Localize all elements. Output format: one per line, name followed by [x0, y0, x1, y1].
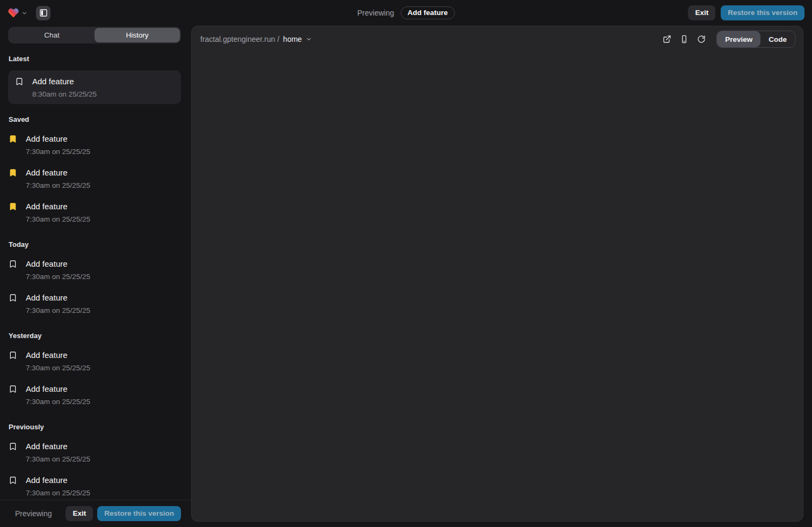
sidebar-toggle-button[interactable] — [36, 6, 50, 20]
refresh-icon — [697, 35, 706, 43]
history-item[interactable]: Add feature 7:30am on 25/25/25 — [0, 287, 191, 320]
sidebar-tabs: Chat History — [8, 27, 181, 43]
workspace-menu-button[interactable] — [8, 7, 27, 19]
history-item-timestamp: 7:30am on 25/25/25 — [26, 215, 90, 224]
preview-panel: fractal.gptengineer.run / home Preview — [191, 26, 803, 522]
bookmark-filled-icon — [9, 135, 17, 143]
history-sidebar: Chat History Latest Add feature 8:30am o… — [0, 26, 191, 527]
tab-history[interactable]: History — [95, 28, 180, 42]
history-item[interactable]: Add feature 7:30am on 25/25/25 — [0, 162, 191, 195]
history-item-timestamp: 7:30am on 25/25/25 — [26, 455, 90, 464]
history-section-title: Saved — [9, 115, 183, 123]
history-item-timestamp: 7:30am on 25/25/25 — [26, 181, 90, 190]
external-link-icon — [663, 35, 671, 43]
history-item[interactable]: Add feature 7:30am on 25/25/25 — [0, 128, 191, 162]
panel-left-icon — [39, 9, 48, 17]
history-section-title: Previously — [9, 423, 183, 431]
exit-button[interactable]: Exit — [688, 5, 715, 20]
lovable-heart-logo-icon — [8, 7, 19, 19]
history-item-title: Add feature — [26, 383, 90, 395]
toggle-code[interactable]: Code — [760, 31, 795, 47]
tab-chat[interactable]: Chat — [9, 28, 95, 42]
history-item[interactable]: Add feature 8:30am on 25/25/25 — [8, 70, 181, 104]
history-section: Latest Add feature 8:30am on 25/25/25 — [0, 55, 191, 104]
top-bar: Previewing Add feature Exit Restore this… — [0, 0, 812, 26]
history-section-title: Yesterday — [9, 332, 183, 340]
bookmark-outline-icon — [9, 294, 17, 302]
history-item[interactable]: Add feature 7:30am on 25/25/25 — [0, 253, 191, 287]
preview-url-prefix: fractal.gptengineer.run / — [200, 35, 279, 43]
bookmark-outline-icon — [9, 260, 17, 268]
history-item-title: Add feature — [26, 349, 90, 361]
preview-url-page: home — [283, 35, 302, 43]
history-item-timestamp: 7:30am on 25/25/25 — [26, 273, 90, 281]
bookmark-outline-icon — [15, 77, 24, 86]
chevron-down-icon — [21, 10, 27, 16]
exit-button[interactable]: Exit — [66, 506, 93, 521]
history-item-timestamp: 7:30am on 25/25/25 — [26, 398, 90, 406]
history-section: Yesterday Add feature 7:30am on 25/25/25… — [0, 332, 191, 412]
version-name-badge: Add feature — [401, 6, 455, 19]
history-item-timestamp: 7:30am on 25/25/25 — [26, 364, 90, 372]
history-section: Saved Add feature 7:30am on 25/25/25 Add… — [0, 115, 191, 229]
history-item-title: Add feature — [32, 76, 97, 87]
history-item-title: Add feature — [26, 292, 90, 304]
history-item[interactable]: Add feature 7:30am on 25/25/25 — [0, 195, 191, 229]
route-selector[interactable]: fractal.gptengineer.run / home — [200, 35, 312, 43]
history-item-title: Add feature — [26, 441, 90, 452]
bookmark-filled-icon — [9, 202, 17, 211]
history-item-title: Add feature — [26, 201, 90, 213]
history-section-title: Today — [9, 240, 183, 248]
history-item[interactable]: Add feature 7:30am on 25/25/25 — [0, 344, 191, 378]
history-item-timestamp: 7:30am on 25/25/25 — [26, 489, 90, 497]
history-item-title: Add feature — [26, 167, 90, 179]
history-item[interactable]: Add feature 7:30am on 25/25/25 — [0, 469, 191, 500]
history-item-timestamp: 7:30am on 25/25/25 — [26, 148, 90, 156]
toggle-preview[interactable]: Preview — [717, 31, 760, 47]
history-item-timestamp: 8:30am on 25/25/25 — [32, 90, 97, 99]
previewing-status-label: Previewing — [357, 9, 394, 17]
restore-version-button[interactable]: Restore this version — [97, 506, 181, 521]
preview-viewport — [192, 52, 803, 521]
refresh-button[interactable] — [694, 32, 709, 47]
bookmark-outline-icon — [9, 351, 17, 360]
smartphone-icon — [680, 35, 688, 43]
history-section: Previously Add feature 7:30am on 25/25/2… — [0, 423, 191, 500]
history-section: Today Add feature 7:30am on 25/25/25 Add… — [0, 240, 191, 320]
history-item[interactable]: Add feature 7:30am on 25/25/25 — [0, 435, 191, 469]
version-history-list: Latest Add feature 8:30am on 25/25/25 Sa… — [0, 43, 191, 500]
bookmark-outline-icon — [9, 476, 17, 485]
sidebar-footer: Previewing Exit Restore this version — [0, 500, 191, 527]
bookmark-outline-icon — [9, 442, 17, 451]
bookmark-outline-icon — [9, 385, 17, 393]
bookmark-filled-icon — [9, 169, 17, 177]
chevron-down-icon — [306, 36, 312, 42]
history-item-timestamp: 7:30am on 25/25/25 — [26, 306, 90, 315]
preview-header: fractal.gptengineer.run / home Preview — [192, 26, 803, 52]
open-external-button[interactable] — [659, 32, 675, 47]
previewing-status-label: Previewing — [15, 509, 52, 518]
restore-version-button[interactable]: Restore this version — [721, 5, 804, 20]
mobile-view-button[interactable] — [677, 32, 692, 47]
history-item[interactable]: Add feature 7:30am on 25/25/25 — [0, 378, 191, 412]
preview-code-toggle: Preview Code — [716, 31, 795, 48]
history-item-title: Add feature — [26, 258, 90, 270]
history-item-title: Add feature — [26, 133, 90, 145]
history-item-title: Add feature — [26, 474, 90, 486]
history-section-title: Latest — [9, 55, 183, 63]
